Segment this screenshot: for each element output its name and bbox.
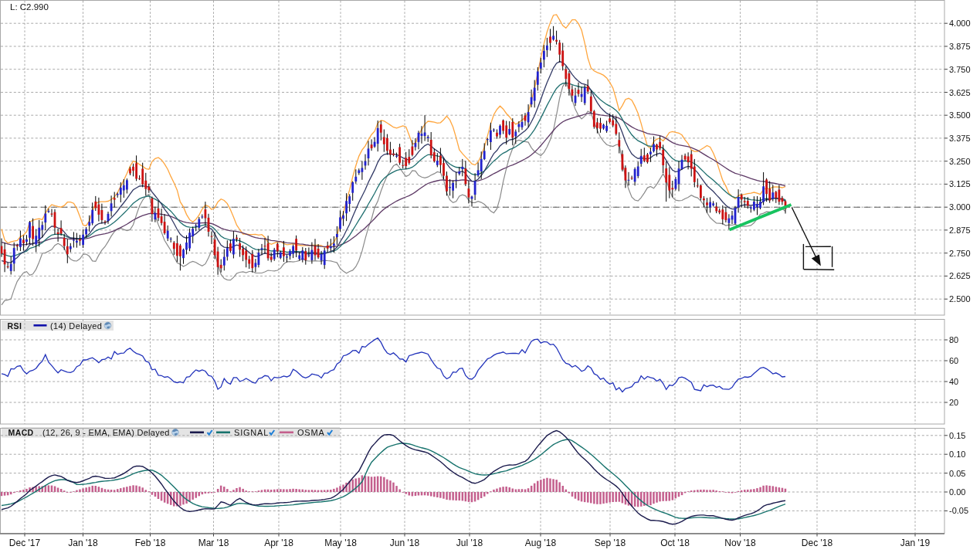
svg-text:Sep '18: Sep '18 [595, 538, 626, 548]
svg-text:Jun '18: Jun '18 [390, 538, 420, 548]
svg-text:3.625: 3.625 [949, 88, 971, 97]
svg-text:(12, 26, 9 - EMA, EMA) Delayed: (12, 26, 9 - EMA, EMA) Delayed [42, 428, 170, 437]
svg-text:2.875: 2.875 [949, 226, 971, 235]
svg-text:3.250: 3.250 [949, 157, 971, 166]
svg-text:OSMA: OSMA [297, 428, 325, 437]
svg-text:SIGNAL: SIGNAL [234, 428, 269, 437]
svg-text:2.500: 2.500 [949, 294, 971, 304]
svg-text:3.875: 3.875 [949, 42, 971, 51]
svg-text:-0.05: -0.05 [949, 506, 968, 515]
svg-text:40: 40 [949, 377, 958, 386]
svg-text:0.00: 0.00 [949, 487, 965, 497]
svg-text:3.500: 3.500 [949, 110, 971, 120]
svg-text:3.000: 3.000 [949, 202, 971, 212]
svg-text:4.000: 4.000 [949, 19, 971, 28]
svg-text:0.05: 0.05 [949, 469, 965, 478]
svg-text:Jan '18: Jan '18 [68, 538, 98, 548]
svg-text:Dec '17: Dec '17 [9, 538, 41, 548]
svg-text:MACD: MACD [8, 428, 34, 437]
svg-text:20: 20 [949, 398, 958, 407]
svg-text:Mar '18: Mar '18 [198, 538, 229, 548]
svg-text:Aug '18: Aug '18 [525, 538, 557, 548]
svg-text:Feb '18: Feb '18 [135, 538, 166, 548]
svg-text:2.750: 2.750 [949, 249, 971, 258]
svg-text:Dec '18: Dec '18 [802, 538, 833, 548]
svg-text:Jan '19: Jan '19 [900, 538, 931, 548]
svg-text:0.10: 0.10 [949, 450, 965, 459]
svg-text:Apr '18: Apr '18 [264, 538, 293, 548]
svg-text:0.15: 0.15 [949, 431, 965, 440]
svg-text:Jul '18: Jul '18 [456, 538, 483, 548]
svg-text:3.750: 3.750 [949, 65, 971, 74]
svg-text:3.375: 3.375 [949, 134, 971, 143]
svg-text:2.625: 2.625 [949, 271, 971, 280]
svg-text:Oct '18: Oct '18 [660, 538, 690, 548]
svg-text:3.125: 3.125 [949, 179, 971, 188]
svg-text:RSI: RSI [8, 321, 22, 331]
svg-text:Nov '18: Nov '18 [724, 538, 756, 548]
svg-text:60: 60 [949, 356, 958, 365]
svg-text:(14) Delayed: (14) Delayed [50, 321, 102, 331]
svg-text:May '18: May '18 [324, 538, 357, 548]
svg-text:80: 80 [949, 335, 958, 344]
svg-text:L: C2.990: L: C2.990 [10, 2, 49, 12]
